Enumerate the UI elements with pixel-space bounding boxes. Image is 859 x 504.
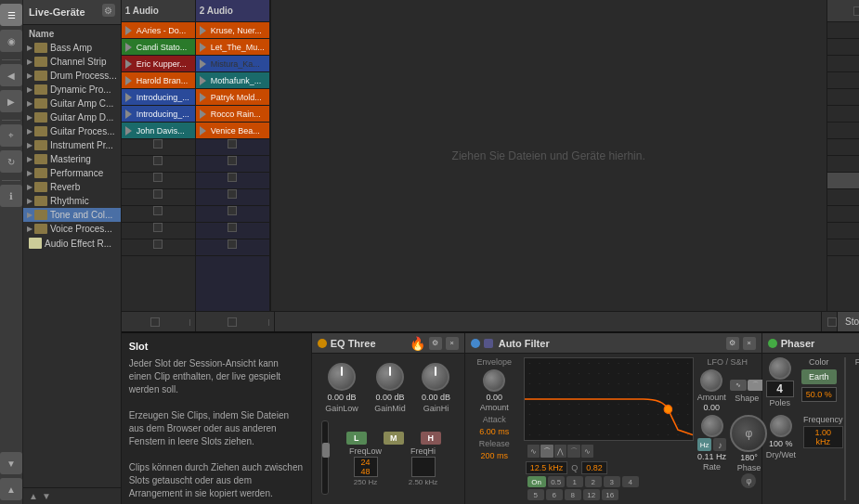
clip-slot-empty-1-8[interactable] xyxy=(122,139,195,156)
clip-play-btn[interactable] xyxy=(198,58,209,70)
file-item-drum-process[interactable]: ▶ Drum Process... xyxy=(23,69,121,83)
freq-low-display[interactable]: 24 48 xyxy=(354,457,378,477)
filter-display[interactable] xyxy=(524,357,694,441)
stop-clips-master-checkbox[interactable] xyxy=(827,317,837,327)
sidebar-icon-forward[interactable]: ▶ xyxy=(0,90,22,112)
master-slot-4[interactable]: 4 xyxy=(827,72,859,89)
file-item-guitar-amp-d[interactable]: ▶ Guitar Amp D... xyxy=(23,110,121,124)
clip-slot-2-5[interactable]: Patryk Mold... xyxy=(196,89,269,106)
file-item-rhythmic[interactable]: ▶ Rhythmic xyxy=(23,194,121,208)
drop-area[interactable]: Ziehen Sie Dateien und Geräte hierhin. xyxy=(270,0,826,311)
clip-slot-2-7[interactable]: Venice Bea... xyxy=(196,123,269,139)
clip-play-btn[interactable] xyxy=(124,42,135,53)
quantize-num-5[interactable]: 5 xyxy=(527,489,544,500)
af-active-dot[interactable] xyxy=(471,339,480,348)
quantize-val-4[interactable]: 4 xyxy=(622,476,639,487)
eq-close-btn[interactable]: × xyxy=(446,337,459,350)
master-slot-14[interactable]: 14 xyxy=(827,239,859,256)
quantize-num-16[interactable]: 16 xyxy=(602,489,618,500)
clip-slot-2-3[interactable]: Mistura_Ka... xyxy=(196,56,269,72)
file-item-reverb[interactable]: ▶ Reverb xyxy=(23,180,121,194)
file-item-voice-process[interactable]: ▶ Voice Proces... xyxy=(23,222,121,236)
clip-slot-empty-2-9[interactable] xyxy=(196,156,269,173)
clip-play-btn[interactable] xyxy=(124,25,135,36)
quantize-num-8[interactable]: 8 xyxy=(565,489,581,500)
clip-slot-2-6[interactable]: Rocco Rain... xyxy=(196,106,269,123)
filter-type-lp1[interactable]: ∿ xyxy=(527,445,540,458)
eq-btn-l[interactable]: L xyxy=(346,432,367,445)
amount-knob[interactable] xyxy=(483,369,505,392)
sidebar-icon-up[interactable]: ▲ xyxy=(0,478,22,500)
earth-btn[interactable]: Earth xyxy=(801,369,837,384)
filter-q-value[interactable]: 0.82 xyxy=(581,461,607,474)
filter-type-lp2[interactable]: ⌒ xyxy=(540,445,553,458)
sidebar-icon-info[interactable]: ℹ xyxy=(0,185,22,207)
master-slot-13[interactable]: 13 xyxy=(827,223,859,239)
clip-slot-1-7[interactable]: John Davis... xyxy=(122,123,195,139)
quantize-val-0-5[interactable]: 0.5 xyxy=(548,476,565,487)
file-item-tone-and-color[interactable]: ▶ Tone and Col... xyxy=(23,208,121,222)
master-slot-12[interactable]: 12 xyxy=(827,206,859,223)
stop-clips-button[interactable]: Stop Clips xyxy=(837,312,859,332)
clip-play-btn[interactable] xyxy=(124,75,135,86)
frequency-value[interactable]: 1.00 kHz xyxy=(803,426,843,448)
clip-slot-1-2[interactable]: Candi Stato... xyxy=(122,39,195,56)
clip-play-btn[interactable] xyxy=(124,92,135,103)
clip-play-btn[interactable] xyxy=(124,125,135,136)
filter-type-bp[interactable]: ⋀ xyxy=(554,445,566,458)
track-2-stop-checkbox[interactable] xyxy=(228,317,237,327)
clip-play-btn[interactable] xyxy=(124,58,135,70)
sidebar-icon-down[interactable]: ▼ xyxy=(0,452,22,474)
eq-vertical-slider[interactable] xyxy=(321,420,329,495)
clip-slot-2-1[interactable]: Kruse, Nuer... xyxy=(196,22,269,39)
track-1-stop-checkbox[interactable] xyxy=(150,317,160,327)
clip-play-btn[interactable] xyxy=(198,75,209,86)
lfo-amount-knob[interactable] xyxy=(700,369,722,392)
master-slot-9[interactable]: 9 xyxy=(827,156,859,173)
sidebar-icon-menu[interactable]: ☰ xyxy=(0,4,22,26)
nav-up-icon[interactable]: ▲ xyxy=(29,491,38,501)
sidebar-icon-search[interactable]: ⌖ xyxy=(0,124,22,147)
clip-slot-empty-2-10[interactable] xyxy=(196,173,269,189)
quantize-val-3[interactable]: 3 xyxy=(604,476,620,487)
filter-type-hp1[interactable]: ∿ xyxy=(581,445,593,458)
file-item-channel-strip[interactable]: ▶ Channel Strip xyxy=(23,55,121,69)
clip-play-btn[interactable] xyxy=(198,25,209,36)
eq-btn-m[interactable]: M xyxy=(384,432,404,445)
master-slot-11[interactable]: 11 xyxy=(827,189,859,206)
clip-slot-empty-1-12[interactable] xyxy=(122,206,195,223)
clip-slot-1-6[interactable]: Introducing_... xyxy=(122,106,195,123)
gain-low-knob[interactable] xyxy=(328,363,356,391)
file-item-guitar-amp-c[interactable]: ▶ Guitar Amp C... xyxy=(23,97,121,110)
master-slot-5[interactable]: 5 xyxy=(827,89,859,106)
master-slot-6[interactable]: 6 xyxy=(827,106,859,123)
clip-slot-empty-2-12[interactable] xyxy=(196,206,269,223)
file-item-performance[interactable]: ▶ Performance xyxy=(23,166,121,180)
dry-wet-knob[interactable] xyxy=(770,415,792,437)
gain-hi-knob[interactable] xyxy=(422,363,449,391)
track-1-header[interactable]: 1 Audio xyxy=(122,0,195,22)
clip-slot-empty-1-11[interactable] xyxy=(122,189,195,206)
af-settings-btn[interactable]: ⚙ xyxy=(726,337,739,350)
clip-slot-empty-1-13[interactable] xyxy=(122,223,195,239)
master-slot-10[interactable]: 10 xyxy=(827,173,859,189)
clip-slot-1-1[interactable]: AAries - Do... xyxy=(122,22,195,39)
af-close-btn[interactable]: × xyxy=(743,337,756,350)
freq-hi-display[interactable] xyxy=(411,457,436,477)
file-item-instrument-pr[interactable]: ▶ Instrument Pr... xyxy=(23,138,121,152)
clip-slot-1-3[interactable]: Eric Kupper... xyxy=(122,56,195,72)
master-slot-7[interactable]: 7 xyxy=(827,123,859,139)
track-2-header[interactable]: 2 Audio xyxy=(196,0,269,22)
file-item-dynamic-pro[interactable]: ▶ Dynamic Pro... xyxy=(23,83,121,97)
poles-knob[interactable] xyxy=(769,357,791,380)
quantize-num-12[interactable]: 12 xyxy=(583,489,600,500)
clip-slot-2-2[interactable]: Let_The_Mu... xyxy=(196,39,269,56)
clip-slot-empty-1-9[interactable] xyxy=(122,156,195,173)
eq-active-dot[interactable] xyxy=(318,339,327,348)
quantize-on-btn[interactable]: On xyxy=(527,476,546,487)
clip-play-btn[interactable] xyxy=(198,42,209,53)
clip-slot-empty-2-13[interactable] xyxy=(196,223,269,239)
phaser-active-dot[interactable] xyxy=(768,339,777,348)
lfo-hz-btn[interactable]: Hz xyxy=(697,438,712,451)
quantize-val-2[interactable]: 2 xyxy=(585,476,602,487)
